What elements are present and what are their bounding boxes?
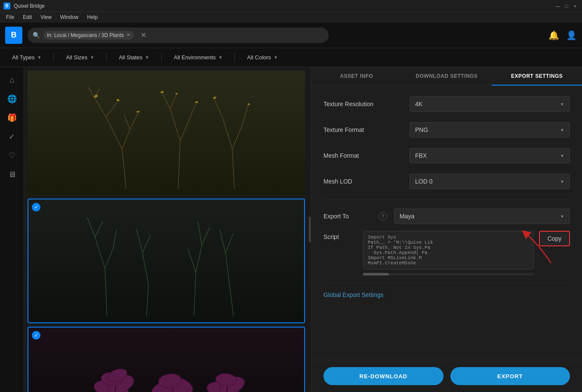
mesh-format-select[interactable]: FBX ▼ xyxy=(410,148,570,163)
svg-line-3 xyxy=(106,101,118,116)
texture-format-select[interactable]: PNG ▼ xyxy=(410,122,570,138)
filter-sizes[interactable]: All Sizes ▼ xyxy=(61,52,99,63)
global-export-settings-link[interactable]: Global Export Settings xyxy=(323,291,570,298)
svg-line-18 xyxy=(232,125,242,149)
svg-line-28 xyxy=(105,269,107,316)
menubar: File Edit View Window Help xyxy=(0,12,582,22)
mesh-lod-row: Mesh LOD LOD 0 ▼ xyxy=(323,174,570,189)
mesh-lod-control[interactable]: LOD 0 ▼ xyxy=(410,174,570,189)
header-actions: 🔔 👤 xyxy=(548,30,577,40)
svg-line-43 xyxy=(230,285,234,316)
export-to-control[interactable]: Maya ▼ xyxy=(394,208,570,224)
texture-resolution-control[interactable]: 4K ▼ xyxy=(410,96,570,112)
export-to-value: Maya xyxy=(400,213,414,220)
menu-file[interactable]: File xyxy=(2,12,18,22)
minimize-button[interactable]: — xyxy=(554,3,561,9)
main-layout: ⌂ 🌐 🎁 ✓ ♡ 🖥 xyxy=(0,67,582,392)
asset-thumbnail-2 xyxy=(28,199,304,322)
asset-item[interactable]: ✓ xyxy=(28,199,305,323)
svg-line-0 xyxy=(122,149,126,189)
filter-separator-4 xyxy=(234,53,235,62)
close-button[interactable]: × xyxy=(572,3,579,9)
maximize-button[interactable]: □ xyxy=(563,3,570,9)
svg-line-31 xyxy=(95,221,103,237)
svg-line-13 xyxy=(180,117,190,141)
tab-asset-info[interactable]: ASSET INFO xyxy=(311,67,402,86)
search-tag-close-icon[interactable]: ✕ xyxy=(126,32,130,38)
search-clear-button[interactable]: ✕ xyxy=(141,31,146,39)
svg-line-30 xyxy=(87,217,95,237)
svg-line-15 xyxy=(232,149,234,189)
asset-item[interactable] xyxy=(28,70,305,195)
logo: B xyxy=(5,27,22,44)
chevron-down-icon: ▼ xyxy=(90,55,94,60)
filter-environments[interactable]: All Environments ▼ xyxy=(169,52,228,63)
svg-line-2 xyxy=(94,97,106,117)
svg-line-33 xyxy=(113,229,117,249)
svg-line-9 xyxy=(178,141,180,189)
scrollbar-thumb xyxy=(309,217,311,242)
svg-point-26 xyxy=(213,96,217,99)
filter-colors[interactable]: All Colors ▼ xyxy=(242,52,283,63)
filter-states[interactable]: All States ▼ xyxy=(114,52,154,63)
script-text: Import SysPath__ = 'M:\\Quixe LikIf Path… xyxy=(368,235,529,266)
svg-line-17 xyxy=(214,99,222,117)
menu-view[interactable]: View xyxy=(36,12,56,22)
sidebar-item-online[interactable]: 🌐 xyxy=(4,91,20,107)
user-icon[interactable]: 👤 xyxy=(566,30,577,40)
filter-environments-label: All Environments xyxy=(174,54,216,61)
mesh-format-row: Mesh Format FBX ▼ xyxy=(323,148,570,163)
tab-bar: ASSET INFO DOWNLOAD SETTINGS EXPORT SETT… xyxy=(311,67,582,86)
menu-edit[interactable]: Edit xyxy=(18,12,36,22)
texture-resolution-select[interactable]: 4K ▼ xyxy=(410,96,570,112)
asset-selected-check: ✓ xyxy=(32,331,40,340)
svg-line-11 xyxy=(162,93,170,109)
export-to-label: Export To xyxy=(323,213,375,220)
svg-line-1 xyxy=(106,117,122,149)
notification-icon[interactable]: 🔔 xyxy=(548,30,559,40)
svg-line-37 xyxy=(142,235,150,253)
svg-line-40 xyxy=(198,221,202,245)
tab-download-settings[interactable]: DOWNLOAD SETTINGS xyxy=(402,67,492,86)
sidebar-item-approved[interactable]: ✓ xyxy=(4,129,20,144)
search-icon: 🔍 xyxy=(33,32,40,39)
export-button[interactable]: EXPORT xyxy=(450,367,570,385)
sidebar-item-home[interactable]: ⌂ xyxy=(4,72,20,88)
asset-grid[interactable]: ✓ xyxy=(24,67,308,392)
sidebar-item-favorites[interactable]: ♡ xyxy=(4,148,20,163)
svg-line-19 xyxy=(243,105,249,125)
mesh-lod-value: LOD 0 xyxy=(415,178,432,185)
asset-item[interactable]: ✓ xyxy=(28,327,305,392)
filter-colors-label: All Colors xyxy=(247,54,271,61)
menu-help[interactable]: Help xyxy=(83,12,102,22)
mesh-lod-select[interactable]: LOD 0 ▼ xyxy=(410,174,570,189)
script-label: Script xyxy=(323,231,358,240)
search-tag[interactable]: In: Local / Megascans / 3D Plants ✕ xyxy=(43,31,134,40)
app-icon: B xyxy=(3,3,10,9)
filter-types[interactable]: All Types ▼ xyxy=(7,52,46,63)
texture-format-value: PNG xyxy=(415,126,428,133)
copy-button[interactable]: Copy xyxy=(539,231,570,246)
filter-separator-2 xyxy=(106,53,107,62)
menu-window[interactable]: Window xyxy=(56,12,83,22)
filter-sizes-label: All Sizes xyxy=(66,54,87,61)
texture-format-label: Texture Format xyxy=(323,126,410,133)
titlebar: B Quixel Bridge — □ × xyxy=(0,0,582,12)
export-to-select[interactable]: Maya ▼ xyxy=(394,208,570,224)
panel-footer: RE-DOWNLOAD EXPORT xyxy=(311,360,582,392)
svg-line-38 xyxy=(194,273,196,316)
sidebar-item-collections[interactable]: 🎁 xyxy=(4,110,20,126)
script-scrollbar[interactable] xyxy=(363,273,534,276)
redownload-button[interactable]: RE-DOWNLOAD xyxy=(323,367,443,385)
divider-1 xyxy=(323,199,570,200)
texture-format-control[interactable]: PNG ▼ xyxy=(410,122,570,138)
filter-states-label: All States xyxy=(119,54,142,61)
help-icon[interactable]: ? xyxy=(379,212,387,220)
svg-line-16 xyxy=(222,117,232,149)
mesh-format-control[interactable]: FBX ▼ xyxy=(410,148,570,163)
sidebar-item-local[interactable]: 🖥 xyxy=(4,167,20,182)
mesh-format-value: FBX xyxy=(415,152,427,159)
search-bar[interactable]: 🔍 In: Local / Megascans / 3D Plants ✕ ✕ xyxy=(28,28,329,43)
tab-export-settings[interactable]: EXPORT SETTINGS xyxy=(492,67,582,86)
svg-line-14 xyxy=(190,103,196,117)
